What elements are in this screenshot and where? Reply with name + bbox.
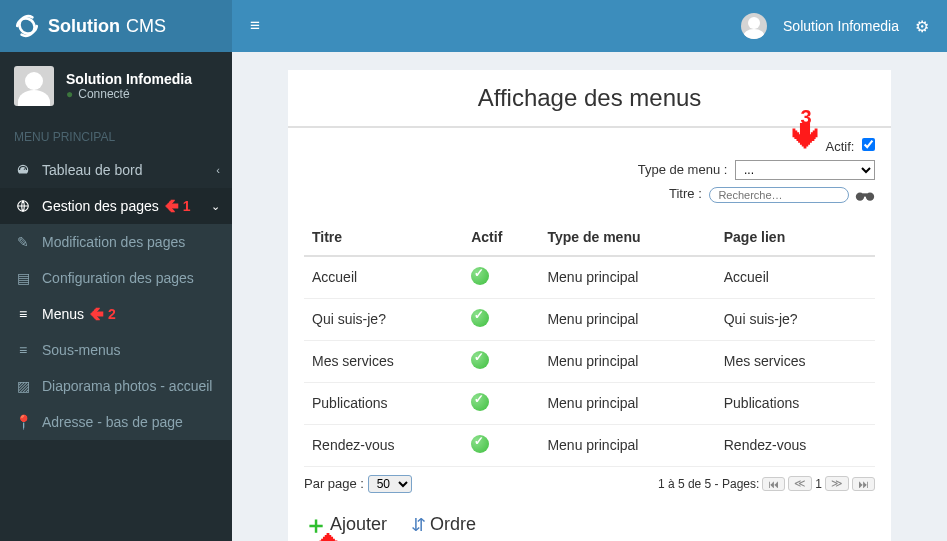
type-select[interactable]: ...	[735, 160, 875, 180]
check-icon	[471, 435, 489, 453]
user-name: Solution Infomedia	[66, 71, 192, 87]
perpage-select[interactable]: 50	[368, 475, 412, 493]
nav-config-pages[interactable]: ▤ Configuration des pages	[0, 260, 232, 296]
nav-label: Menus	[42, 306, 84, 322]
menus-table: Titre Actif Type de menu Page lien Accue…	[304, 219, 875, 467]
sidebar: Solution CMS Solution Infomedia Connecté…	[0, 0, 232, 541]
pager: 1 à 5 de 5 - Pages: ⏮ ≪ 1 ≫ ⏭	[658, 476, 875, 491]
chevron-left-icon: ‹	[216, 164, 220, 176]
check-icon	[471, 393, 489, 411]
table-row[interactable]: Rendez-vousMenu principalRendez-vous	[304, 424, 875, 466]
image-icon: ▨	[14, 378, 32, 394]
user-status: Connecté	[66, 87, 192, 101]
annotation-arrow-1: 🡸 1	[165, 198, 191, 214]
pager-next-button[interactable]: ≫	[825, 476, 849, 491]
th-lien[interactable]: Page lien	[716, 219, 875, 256]
page-title: Affichage des menus	[288, 70, 891, 126]
pager-current: 1	[815, 477, 822, 491]
table-footer: Par page : 50 1 à 5 de 5 - Pages: ⏮ ≪ 1 …	[288, 467, 891, 501]
product-name: CMS	[126, 16, 166, 37]
avatar[interactable]	[741, 13, 767, 39]
edit-icon: ✎	[14, 234, 32, 250]
pager-text: 1 à 5 de 5 - Pages:	[658, 477, 759, 491]
nav-label: Configuration des pages	[42, 270, 194, 286]
table-row[interactable]: PublicationsMenu principalPublications	[304, 382, 875, 424]
pager-prev-button[interactable]: ≪	[788, 476, 812, 491]
list-icon: ≡	[14, 342, 32, 358]
titre-label: Titre :	[669, 186, 702, 201]
nav-label: Sous-menus	[42, 342, 121, 358]
binoculars-icon[interactable]	[855, 188, 875, 202]
main: ≡ Solution Infomedia ⚙ Affichage des men…	[232, 0, 947, 541]
filters: Actif: Type de menu : ... Titre :	[288, 128, 891, 215]
nav-submenus[interactable]: ≡ Sous-menus	[0, 332, 232, 368]
type-label: Type de menu :	[638, 162, 728, 177]
list-icon: ≡	[14, 306, 32, 322]
order-button[interactable]: ⇵ Ordre	[411, 514, 476, 536]
pin-icon: 📍	[14, 414, 32, 430]
nav-slideshow[interactable]: ▨ Diaporama photos - accueil	[0, 368, 232, 404]
check-icon	[471, 267, 489, 285]
content: Affichage des menus 3🡻 Actif: Type de me…	[232, 52, 947, 541]
brand-icon	[14, 13, 40, 39]
nav-menus[interactable]: ≡ Menus 🡸 2	[0, 296, 232, 332]
add-button[interactable]: ＋ Ajouter	[304, 509, 387, 541]
nav-label: Modification des pages	[42, 234, 185, 250]
gear-icon[interactable]: ⚙	[915, 17, 929, 36]
actif-checkbox[interactable]	[862, 138, 875, 151]
plus-icon: ＋	[304, 509, 328, 541]
globe-icon	[14, 199, 32, 213]
table-row[interactable]: Qui suis-je?Menu principalQui suis-je?	[304, 298, 875, 340]
th-titre[interactable]: Titre	[304, 219, 463, 256]
table-row[interactable]: AccueilMenu principalAccueil	[304, 256, 875, 299]
nav-section-header: MENU PRINCIPAL	[0, 118, 232, 152]
nav-pages-mgmt[interactable]: Gestion des pages 🡸 1 ⌄	[0, 188, 232, 224]
order-icon: ⇵	[411, 514, 426, 536]
svg-rect-3	[863, 193, 868, 196]
user-panel: Solution Infomedia Connecté	[0, 52, 232, 118]
pager-last-button[interactable]: ⏭	[852, 477, 875, 491]
chevron-down-icon: ⌄	[211, 200, 220, 213]
check-icon	[471, 351, 489, 369]
panel: Affichage des menus 3🡻 Actif: Type de me…	[288, 70, 891, 541]
nav-dashboard[interactable]: Tableau de bord ‹	[0, 152, 232, 188]
hamburger-icon[interactable]: ≡	[250, 16, 260, 36]
th-type[interactable]: Type de menu	[539, 219, 715, 256]
nav-label: Adresse - bas de page	[42, 414, 183, 430]
topbar-user-name[interactable]: Solution Infomedia	[783, 18, 899, 34]
gauge-icon	[14, 163, 32, 177]
actions: ＋ Ajouter ⇵ Ordre 🡹4	[288, 501, 891, 541]
actif-label: Actif:	[825, 139, 854, 154]
check-icon	[471, 309, 489, 327]
th-actif[interactable]: Actif	[463, 219, 539, 256]
nav-label: Gestion des pages	[42, 198, 159, 214]
search-input[interactable]	[709, 187, 849, 203]
perpage-label: Par page :	[304, 476, 364, 491]
nav-sub: ✎ Modification des pages ▤ Configuration…	[0, 224, 232, 440]
nav-address[interactable]: 📍 Adresse - bas de page	[0, 404, 232, 440]
table-row[interactable]: Mes servicesMenu principalMes services	[304, 340, 875, 382]
logo[interactable]: Solution CMS	[0, 0, 232, 52]
document-icon: ▤	[14, 270, 32, 286]
avatar	[14, 66, 54, 106]
topbar: ≡ Solution Infomedia ⚙	[232, 0, 947, 52]
annotation-arrow-2: 🡸 2	[90, 306, 116, 322]
nav-label: Diaporama photos - accueil	[42, 378, 212, 394]
brand-name: Solution	[48, 16, 120, 37]
nav-edit-pages[interactable]: ✎ Modification des pages	[0, 224, 232, 260]
pager-first-button[interactable]: ⏮	[762, 477, 785, 491]
nav-label: Tableau de bord	[42, 162, 142, 178]
